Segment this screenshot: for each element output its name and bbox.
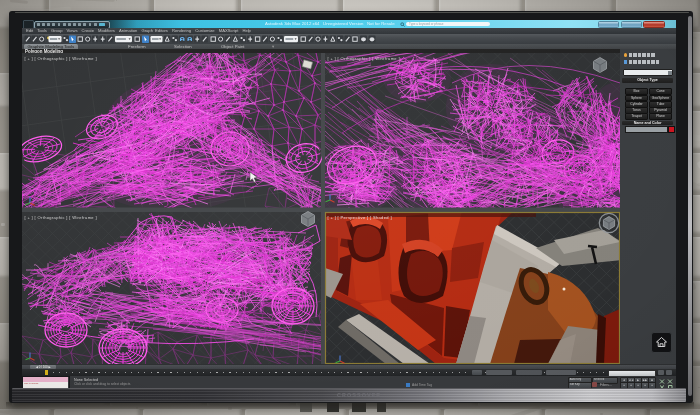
svg-text:[ + ] [ Orthographic ] [ Wiref: [ + ] [ Orthographic ] [ Wireframe ] <box>328 56 400 61</box>
svg-text:[ + ] [ Perspective ] [ Shaded: [ + ] [ Perspective ] [ Shaded ] <box>328 215 392 220</box>
svg-text:[ + ] [ Orthographic ] [ Wiref: [ + ] [ Orthographic ] [ Wireframe ] <box>25 56 97 61</box>
svg-text:[ + ] [ Orthographic ] [ Wiref: [ + ] [ Orthographic ] [ Wireframe ] <box>25 215 97 220</box>
